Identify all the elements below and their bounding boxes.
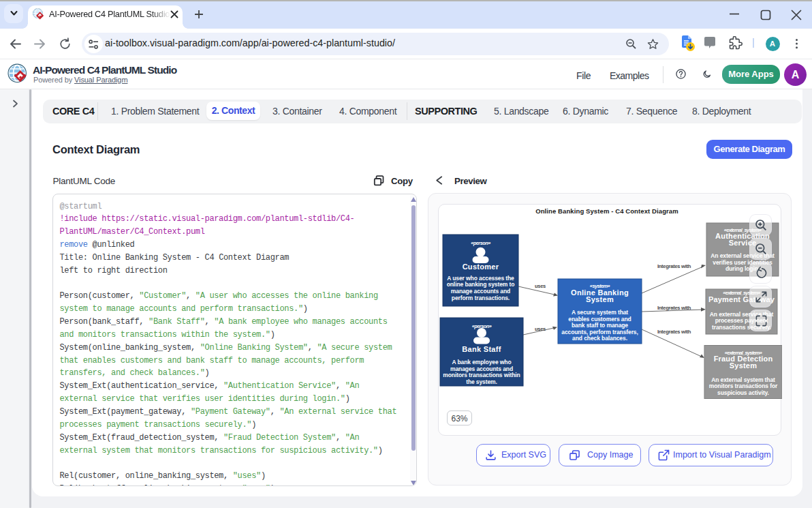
svg-text:perform transactions.: perform transactions.	[452, 295, 510, 301]
svg-text:uses: uses	[535, 326, 546, 332]
svg-text:and check balances.: and check balances.	[572, 335, 627, 342]
svg-text:An external system that: An external system that	[711, 376, 775, 383]
svg-text:accounts, perform transfers,: accounts, perform transfers,	[561, 329, 638, 335]
svg-text:Customer: Customer	[463, 263, 499, 271]
svg-text:Integrates with: Integrates with	[657, 305, 691, 311]
svg-text:online banking system to: online banking system to	[447, 281, 515, 288]
svg-text:suspicious activity.: suspicious activity.	[717, 389, 769, 396]
svg-text:uses: uses	[535, 283, 546, 289]
svg-text:A bank employee who: A bank employee who	[452, 359, 511, 365]
svg-text:Online Banking System - C4 Con: Online Banking System - C4 Context Diagr…	[535, 207, 678, 215]
svg-text:A secure system that: A secure system that	[572, 309, 628, 316]
svg-text:Integrates with: Integrates with	[657, 263, 691, 269]
svg-text:bank staff to manage: bank staff to manage	[572, 322, 628, 329]
svg-text:manage accounts and: manage accounts and	[451, 288, 510, 295]
svg-text:monitors transactions within: monitors transactions within	[443, 372, 520, 378]
svg-text:the system.: the system.	[466, 378, 497, 385]
svg-text:manages accounts and: manages accounts and	[450, 365, 513, 372]
svg-text:Bank Staff: Bank Staff	[462, 345, 501, 353]
svg-text:monitors transactions for: monitors transactions for	[709, 383, 778, 389]
svg-text:«person»: «person»	[471, 240, 490, 246]
svg-text:System: System	[586, 295, 614, 303]
svg-text:System: System	[730, 361, 757, 370]
svg-text:enables customers and: enables customers and	[568, 316, 631, 323]
svg-text:Integrates with: Integrates with	[657, 329, 691, 335]
svg-text:A user who accesses the: A user who accesses the	[447, 275, 514, 282]
